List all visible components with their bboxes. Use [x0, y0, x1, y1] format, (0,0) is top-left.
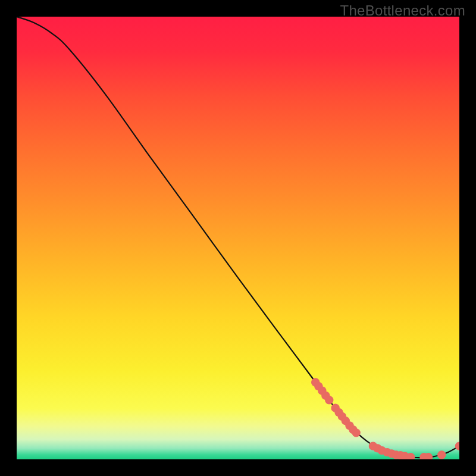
watermark-text: TheBottleneck.com: [340, 2, 465, 19]
data-point: [437, 450, 446, 459]
data-point: [325, 396, 333, 404]
gradient-background: [17, 17, 459, 459]
data-point: [352, 428, 360, 437]
bottleneck-chart: [17, 17, 459, 459]
